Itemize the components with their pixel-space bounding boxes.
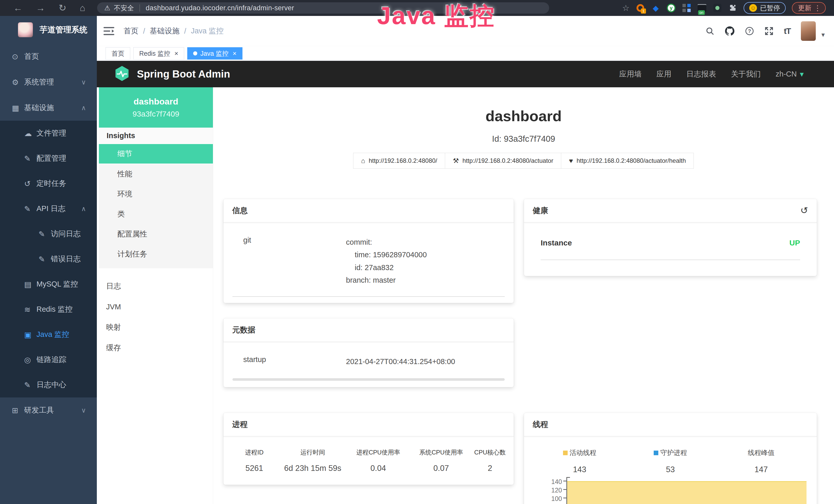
tab-redis-monitor[interactable]: Redis 监控 × bbox=[133, 47, 184, 60]
threads-chart: 140 120 100 bbox=[524, 477, 817, 504]
history-icon[interactable]: ↺ bbox=[800, 205, 808, 216]
sidebar-item-redis-monitor[interactable]: ≋ Redis 监控 bbox=[0, 297, 97, 322]
breadcrumb-infrastructure[interactable]: 基础设施 bbox=[150, 26, 179, 36]
sidebar-item-scheduled-tasks[interactable]: ↺ 定时任务 bbox=[0, 171, 97, 196]
avatar-caret-down-icon[interactable]: ▾ bbox=[821, 31, 825, 39]
sba-nav-wallboard[interactable]: 应用墙 bbox=[619, 69, 642, 79]
health-instance-label: Instance bbox=[541, 238, 572, 247]
tab-home[interactable]: 首页 bbox=[106, 47, 130, 60]
not-secure-warning-icon[interactable]: ⚠ bbox=[104, 4, 110, 12]
process-col-process-cpu: 进程CPU使用率 bbox=[346, 448, 411, 457]
sidebar-item-java-monitor[interactable]: ▣ Java 监控 bbox=[0, 322, 97, 347]
info-row-git: git commit: time: 1596289704000 id: 27aa… bbox=[233, 223, 505, 297]
search-icon[interactable] bbox=[705, 26, 715, 36]
extension-green-y-icon[interactable]: y bbox=[666, 3, 676, 13]
list-icon: on bbox=[698, 4, 706, 12]
sidebar-item-label: MySQL 监控 bbox=[37, 279, 78, 289]
help-icon[interactable]: ? bbox=[745, 26, 754, 36]
menu-item-jvm[interactable]: JVM bbox=[99, 297, 213, 317]
status-badge: UP bbox=[789, 238, 800, 247]
paused-badge[interactable]: ☺ 已暂停 bbox=[744, 2, 786, 14]
url-text[interactable]: dashboard.yudao.iocoder.cn/infra/admin-s… bbox=[146, 4, 294, 12]
menu-item-environment[interactable]: 环境 bbox=[99, 184, 213, 204]
browser-home-icon[interactable]: ⌂ bbox=[80, 3, 85, 13]
extension-pin-icon[interactable]: ◆ bbox=[651, 3, 660, 13]
app-logo-row: 芋道管理系统 bbox=[0, 16, 97, 44]
bookmark-star-icon[interactable]: ☆ bbox=[622, 3, 630, 13]
page: ← → ↻ ⌂ ⚠ 不安全 dashboard.yudao.iocoder.cn… bbox=[0, 0, 834, 504]
browser-reload-icon[interactable]: ↻ bbox=[59, 3, 66, 13]
sba-brand-title[interactable]: Spring Boot Admin bbox=[137, 68, 230, 80]
extension-green-dot-icon[interactable] bbox=[713, 3, 722, 13]
menu-item-mappings[interactable]: 映射 bbox=[99, 317, 213, 338]
avatar[interactable] bbox=[801, 21, 816, 41]
browser-update-button[interactable]: 更新 ⋮ bbox=[792, 2, 826, 14]
sidebar-item-mysql-monitor[interactable]: ▤ MySQL 监控 bbox=[0, 272, 97, 297]
app-logo bbox=[18, 22, 33, 37]
chevron-up-icon: ∧ bbox=[81, 104, 86, 112]
breadcrumb-home[interactable]: 首页 bbox=[124, 26, 138, 36]
health-url-button[interactable]: ♥ http://192.168.0.2:48080/actuator/heal… bbox=[561, 153, 694, 169]
sidebar-item-dev-tools[interactable]: ⊞ 研发工具 ∨ bbox=[0, 397, 97, 423]
close-icon[interactable]: × bbox=[174, 49, 178, 58]
instance-header[interactable]: dashboard 93a3fc7f7409 bbox=[99, 87, 213, 128]
browser-forward-icon[interactable]: → bbox=[36, 3, 45, 13]
hamburger-icon[interactable] bbox=[104, 26, 114, 36]
menu-item-scheduled-tasks[interactable]: 计划任务 bbox=[99, 244, 213, 264]
tab-label: Redis 监控 bbox=[139, 49, 170, 58]
menu-item-logs[interactable]: 日志 bbox=[99, 276, 213, 297]
tab-java-monitor[interactable]: Java 监控 × bbox=[187, 47, 242, 60]
close-icon[interactable]: × bbox=[233, 49, 237, 58]
not-secure-label[interactable]: 不安全 bbox=[114, 4, 134, 13]
legend-label: 线程峰值 bbox=[748, 448, 774, 457]
metadata-row-startup: startup 2021-04-27T00:44:31.254+08:00 bbox=[233, 342, 505, 368]
system-cpu-value: 0.07 bbox=[411, 464, 471, 473]
extension-orange-icon[interactable]: 1 bbox=[636, 3, 645, 13]
extension-grid-icon[interactable] bbox=[682, 3, 691, 13]
sidebar-item-log-center[interactable]: ✎ 日志中心 bbox=[0, 372, 97, 397]
sidebar-item-access-logs[interactable]: ✎ 访问日志 bbox=[0, 221, 97, 247]
breadcrumb-current: Java 监控 bbox=[191, 26, 223, 36]
menu-item-metrics[interactable]: 性能 bbox=[99, 164, 213, 184]
sba-nav-journal[interactable]: 日志报表 bbox=[686, 69, 716, 79]
monitor-icon: ▣ bbox=[24, 330, 37, 339]
font-size-icon[interactable]: tT bbox=[784, 26, 791, 36]
sidebar-item-config-management[interactable]: ✎ 配置管理 bbox=[0, 146, 97, 171]
sidebar-item-tracing[interactable]: ◎ 链路追踪 bbox=[0, 347, 97, 372]
menu-item-config-props[interactable]: 配置属性 bbox=[99, 224, 213, 244]
github-icon[interactable] bbox=[725, 26, 734, 36]
sidebar-item-label: 访问日志 bbox=[51, 229, 81, 239]
chevron-down-icon: ∨ bbox=[81, 407, 86, 414]
metadata-key: startup bbox=[243, 356, 346, 368]
extension-badge: 1 bbox=[641, 8, 646, 14]
extension-onenote-icon[interactable]: on bbox=[697, 3, 707, 13]
menu-item-details[interactable]: 细节 bbox=[99, 144, 213, 164]
yellow-swatch-icon bbox=[563, 451, 568, 455]
menu-item-caches[interactable]: 缓存 bbox=[99, 338, 213, 358]
health-url: http://192.168.0.2:48080/actuator/health bbox=[577, 157, 686, 164]
sidebar-item-home[interactable]: ⊙ 首页 bbox=[0, 44, 97, 69]
sidebar-item-system-management[interactable]: ⚙ 系统管理 ∨ bbox=[0, 69, 97, 95]
sidebar-item-infrastructure[interactable]: ▦ 基础设施 ∧ bbox=[0, 95, 97, 121]
blue-swatch-icon bbox=[654, 451, 658, 455]
sba-nav-about[interactable]: 关于我们 bbox=[731, 69, 761, 79]
legend-label: 守护进程 bbox=[660, 448, 687, 457]
horizontal-scrollbar[interactable] bbox=[233, 378, 505, 381]
sba-locale-select[interactable]: zh-CN ▾ bbox=[776, 70, 804, 78]
sidebar-item-error-logs[interactable]: ✎ 错误日志 bbox=[0, 247, 97, 272]
service-url-button[interactable]: ⌂ http://192.168.0.2:48080/ bbox=[353, 153, 445, 169]
live-threads-value: 143 bbox=[534, 465, 625, 474]
service-url: http://192.168.0.2:48080/ bbox=[369, 157, 437, 164]
green-dot-icon bbox=[715, 6, 720, 10]
menu-item-classes[interactable]: 类 bbox=[99, 204, 213, 224]
metadata-card: 元数据 startup 2021-04-27T00:44:31.254+08:0… bbox=[223, 318, 514, 387]
health-card-title: 健康 bbox=[533, 205, 548, 216]
sba-nav-applications[interactable]: 应用 bbox=[657, 69, 672, 79]
live-threads-area bbox=[567, 481, 807, 504]
browser-back-icon[interactable]: ← bbox=[13, 3, 23, 13]
fullscreen-icon[interactable] bbox=[764, 26, 774, 36]
extensions-puzzle-icon[interactable] bbox=[728, 3, 738, 13]
actuator-url-button[interactable]: ⚒ http://192.168.0.2:48080/actuator bbox=[445, 153, 561, 169]
sidebar-item-api-logs[interactable]: ✎ API 日志 ∧ bbox=[0, 196, 97, 221]
sidebar-item-file-management[interactable]: ☁ 文件管理 bbox=[0, 121, 97, 146]
